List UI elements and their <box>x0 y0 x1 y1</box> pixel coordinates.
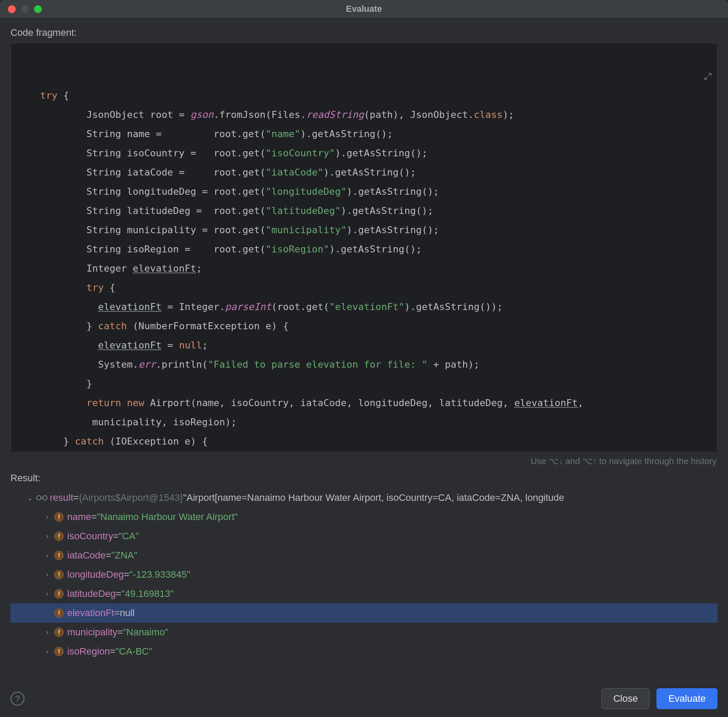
code-token: } <box>17 378 92 389</box>
field-icon: f <box>54 647 64 656</box>
object-ref: {Airports$Airport@1543} <box>79 492 183 503</box>
code-token: "latitudeDeg" <box>266 205 341 216</box>
field-value: null <box>120 607 134 619</box>
code-token: null <box>179 340 202 351</box>
field-value: "CA-BC" <box>116 646 152 657</box>
code-token: (root.get( <box>271 301 329 312</box>
code-token: { <box>104 282 116 293</box>
code-token: ).getAsString(); <box>347 224 439 235</box>
tree-row-field[interactable]: felevationFt = null <box>10 603 718 623</box>
code-token: String latitudeDeg = root.get( <box>17 205 266 216</box>
code-token: elevationFt <box>133 263 196 274</box>
tree-row-field[interactable]: ›fmunicipality = "Nanaimo" <box>10 623 718 642</box>
chevron-right-icon[interactable]: › <box>41 571 53 579</box>
tree-row-field[interactable]: ›flatitudeDeg = "49.169813" <box>10 584 718 603</box>
code-token: String municipality = root.get( <box>17 224 266 235</box>
history-hint: Use ⌥↓ and ⌥↑ to navigate through the hi… <box>10 456 717 466</box>
code-token: String iataCode = root.get( <box>17 167 266 178</box>
code-token: "isoRegion" <box>266 244 330 255</box>
close-window-icon[interactable] <box>8 5 16 13</box>
code-token: ).getAsString(); <box>323 167 416 178</box>
code-token: elevationFt <box>98 340 161 351</box>
code-token: String isoRegion = root.get( <box>17 244 266 255</box>
code-token: try <box>40 90 58 101</box>
close-button[interactable]: Close <box>601 688 649 709</box>
code-token: "iataCode" <box>266 167 323 178</box>
code-token <box>17 397 86 408</box>
chevron-right-icon[interactable]: › <box>41 552 53 559</box>
code-token: System. <box>17 359 138 370</box>
content-area: Code fragment: try { JsonObject root = g… <box>0 18 728 680</box>
tree-row-result[interactable]: ⌄result = {Airports$Airport@1543} "Airpo… <box>10 488 718 507</box>
field-icon: f <box>54 570 64 579</box>
code-token: "elevationFt" <box>329 301 404 312</box>
code-token: , <box>578 397 584 408</box>
code-token: String isoCountry = root.get( <box>17 148 266 159</box>
code-token: elevationFt <box>514 397 578 408</box>
chevron-right-icon[interactable]: › <box>41 648 53 655</box>
svg-point-1 <box>43 496 47 500</box>
tree-row-field[interactable]: ›fisoRegion = "CA-BC" <box>10 642 718 661</box>
field-value: "ZNA" <box>111 550 137 561</box>
field-value: "Nanaimo" <box>123 627 168 638</box>
code-token: parseInt <box>225 301 271 312</box>
code-token: (path), JsonObject. <box>364 109 474 120</box>
code-token: (NumberFormatException e) { <box>127 321 289 331</box>
field-icon: f <box>54 608 64 618</box>
chevron-right-icon[interactable]: › <box>41 628 53 636</box>
field-value: "Nanaimo Harbour Water Airport" <box>97 511 238 523</box>
result-tree[interactable]: ⌄result = {Airports$Airport@1543} "Airpo… <box>10 488 718 675</box>
window-title: Evaluate <box>0 4 728 14</box>
footer: ? Close Evaluate <box>0 680 728 717</box>
field-name: isoRegion <box>67 646 110 657</box>
watch-icon <box>36 493 48 502</box>
code-token: ; <box>196 263 202 274</box>
code-token: .fromJson(Files. <box>213 109 306 120</box>
tree-row-field[interactable]: ›fisoCountry = "CA" <box>10 527 718 546</box>
field-name: longitudeDeg <box>67 569 124 580</box>
code-token: = <box>161 340 179 351</box>
code-fragment-label: Code fragment: <box>10 27 718 38</box>
titlebar: Evaluate <box>0 0 728 18</box>
field-value: "49.169813" <box>121 588 174 600</box>
code-token: municipality, isoRegion); <box>17 417 237 427</box>
field-name: latitudeDeg <box>67 588 116 600</box>
code-token: (IOException e) { <box>104 436 208 447</box>
field-name: isoCountry <box>67 531 113 542</box>
code-token: class <box>474 109 502 120</box>
field-icon: f <box>54 551 64 560</box>
code-token: "longitudeDeg" <box>266 186 347 197</box>
code-token: { <box>58 90 69 101</box>
var-name: result <box>50 492 73 503</box>
chevron-down-icon[interactable]: ⌄ <box>24 494 36 502</box>
code-token: Integer <box>17 263 133 274</box>
tostring: "Airport[name=Nanaimo Harbour Water Airp… <box>183 492 564 503</box>
code-token: err <box>138 359 156 370</box>
tree-row-field[interactable]: ›fname = "Nanaimo Harbour Water Airport" <box>10 507 718 527</box>
code-token <box>17 282 86 293</box>
help-button[interactable]: ? <box>10 692 24 706</box>
chevron-right-icon[interactable]: › <box>41 513 53 521</box>
code-token: readString <box>306 109 364 120</box>
code-token <box>121 397 127 408</box>
chevron-right-icon[interactable]: › <box>41 532 53 540</box>
tree-row-field[interactable]: ›fiataCode = "ZNA" <box>10 546 718 565</box>
code-token: String longitudeDeg = root.get( <box>17 186 266 197</box>
field-icon: f <box>54 512 64 522</box>
code-token: ).getAsString(); <box>341 205 433 216</box>
code-token: ; <box>202 340 208 351</box>
code-token: catch <box>98 321 127 331</box>
field-name: iataCode <box>67 550 106 561</box>
tree-row-field[interactable]: ›flongitudeDeg = "-123.933845" <box>10 565 718 584</box>
field-icon: f <box>54 531 64 541</box>
evaluate-button[interactable]: Evaluate <box>656 688 718 709</box>
code-token: } <box>17 321 98 331</box>
chevron-right-icon[interactable]: › <box>41 590 53 598</box>
code-fragment-editor[interactable]: try { JsonObject root = gson.fromJson(Fi… <box>10 43 718 452</box>
code-token <box>17 301 98 312</box>
code-token: ).getAsString()); <box>404 301 502 312</box>
minimize-window-icon[interactable] <box>21 5 29 13</box>
traffic-lights <box>8 5 42 13</box>
maximize-window-icon[interactable] <box>34 5 42 13</box>
expand-editor-icon[interactable] <box>658 48 712 106</box>
